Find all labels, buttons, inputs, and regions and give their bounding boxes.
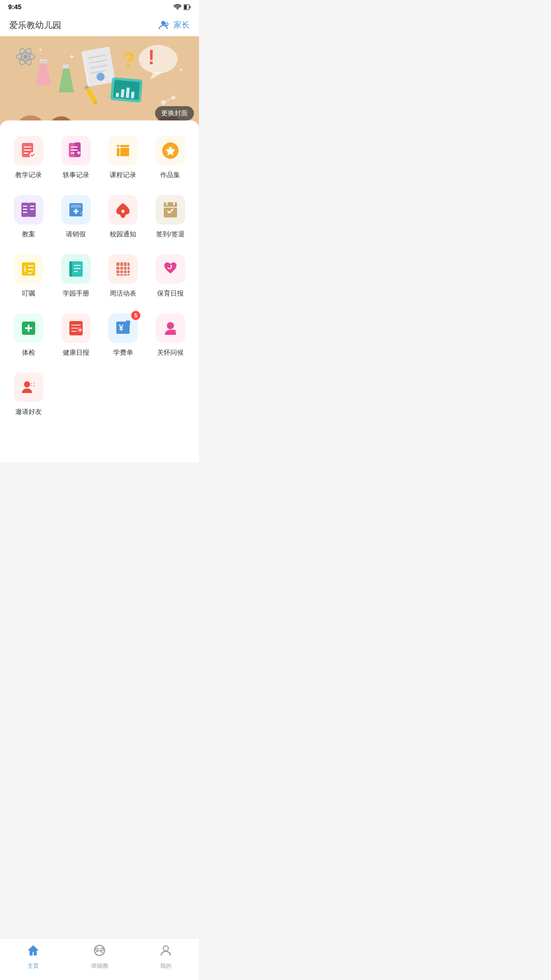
menu-label-reminder: 叮嘱 [22, 289, 35, 298]
svg-point-20 [23, 55, 28, 59]
menu-icon-leave-request: ⏱ [61, 195, 91, 225]
main-card: 教学记录✦轶事记录课程记录作品集教案⏱请销假校园通知签到/签退i叮嘱学园手册周活… [0, 120, 199, 462]
menu-label-portfolio: 作品集 [160, 170, 180, 180]
menu-icon-tuition-bill: ¥5 [108, 313, 138, 343]
menu-label-teaching-record: 教学记录 [15, 170, 42, 180]
menu-item-school-notice[interactable]: 校园通知 [99, 190, 147, 244]
status-time: 9:45 [8, 3, 21, 11]
svg-text:✦: ✦ [69, 53, 75, 61]
svg-text:✦: ✦ [179, 66, 184, 74]
menu-label-health-diary: 健康日报 [63, 348, 89, 357]
svg-point-75 [121, 210, 124, 213]
menu-label-health-check: 体检 [22, 348, 35, 357]
menu-label-school-handbook: 学园手册 [63, 289, 89, 298]
menu-label-care-diary: 保育日报 [157, 289, 184, 298]
svg-text:!: ! [148, 46, 155, 68]
menu-item-health-diary[interactable]: ✦健康日报 [53, 308, 100, 362]
svg-rect-19 [63, 64, 69, 68]
svg-point-108 [167, 322, 174, 329]
menu-item-reminder[interactable]: i叮嘱 [5, 249, 53, 303]
change-cover-button[interactable]: 更换封面 [155, 106, 194, 120]
menu-label-tuition-bill: 学费单 [113, 348, 133, 357]
user-label: 家长 [173, 20, 190, 31]
menu-icon-health-check [14, 313, 43, 343]
menu-item-teaching-record[interactable]: 教学记录 [5, 131, 53, 185]
menu-icon-weekly-schedule [108, 254, 138, 284]
svg-rect-71 [71, 205, 81, 208]
user-area[interactable]: 家长 [158, 19, 190, 31]
battery-icon [184, 4, 191, 10]
svg-point-3 [161, 21, 165, 25]
menu-item-care-diary[interactable]: 保育日报 [147, 249, 194, 303]
top-nav: 爱乐教幼儿园 家长 [0, 14, 199, 36]
menu-item-sign-in-out[interactable]: 签到/签退 [147, 190, 194, 244]
menu-item-portfolio[interactable]: 作品集 [147, 131, 194, 185]
svg-line-6 [165, 25, 166, 26]
menu-label-invite-friend: 邀请好友 [15, 407, 42, 416]
svg-text:i: i [24, 265, 26, 273]
menu-item-chores-record[interactable]: ✦轶事记录 [53, 131, 100, 185]
menu-icon-chores-record: ✦ [61, 136, 91, 165]
menu-icon-reminder: i [14, 254, 43, 284]
menu-label-course-record: 课程记录 [110, 170, 136, 180]
svg-rect-16 [40, 59, 47, 63]
svg-text:✦: ✦ [76, 150, 81, 157]
menu-label-leave-request: 请销假 [66, 230, 86, 239]
badge-tuition-bill: 5 [131, 311, 140, 320]
user-icon [158, 19, 170, 31]
svg-text:✦: ✦ [78, 328, 82, 333]
menu-item-school-handbook[interactable]: 学园手册 [53, 249, 100, 303]
svg-text:⏱: ⏱ [80, 211, 85, 216]
menu-label-care-greet: 关怀问候 [157, 348, 184, 357]
menu-grid: 教学记录✦轶事记录课程记录作品集教案⏱请销假校园通知签到/签退i叮嘱学园手册周活… [5, 131, 194, 422]
banner: ? ! ✦ ✦ ✦ 更换封面 [0, 36, 199, 126]
menu-icon-care-diary [156, 254, 185, 284]
svg-rect-33 [131, 91, 135, 98]
svg-point-4 [166, 23, 168, 26]
menu-icon-care-greet [156, 313, 185, 343]
menu-item-lesson-plan[interactable]: 教案 [5, 190, 53, 244]
svg-text:?: ? [122, 48, 135, 71]
menu-item-health-check[interactable]: 体检 [5, 308, 53, 362]
svg-rect-30 [116, 93, 119, 97]
svg-point-109 [24, 381, 30, 387]
menu-item-care-greet[interactable]: 关怀问候 [147, 308, 194, 362]
menu-label-lesson-plan: 教案 [22, 230, 35, 239]
menu-label-chores-record: 轶事记录 [63, 170, 89, 180]
menu-item-tuition-bill[interactable]: ¥5学费单 [99, 308, 147, 362]
svg-text:✦: ✦ [38, 47, 42, 53]
menu-item-weekly-schedule[interactable]: 周活动表 [99, 249, 147, 303]
menu-icon-health-diary: ✦ [61, 313, 91, 343]
menu-icon-portfolio [156, 136, 185, 165]
menu-icon-teaching-record [14, 136, 43, 165]
svg-rect-1 [190, 6, 191, 8]
menu-item-leave-request[interactable]: ⏱请销假 [53, 190, 100, 244]
menu-icon-invite-friend [14, 373, 43, 402]
svg-text:¥: ¥ [119, 324, 123, 332]
menu-icon-lesson-plan [14, 195, 43, 225]
svg-rect-86 [69, 261, 72, 277]
menu-icon-school-handbook [61, 254, 91, 284]
app-title: 爱乐教幼儿园 [9, 19, 61, 31]
menu-icon-school-notice [108, 195, 138, 225]
menu-label-sign-in-out: 签到/签退 [156, 230, 185, 239]
menu-item-course-record[interactable]: 课程记录 [99, 131, 147, 185]
menu-item-invite-friend[interactable]: 邀请好友 [5, 368, 53, 422]
svg-point-24 [139, 45, 178, 74]
menu-label-weekly-schedule: 周活动表 [110, 289, 136, 298]
menu-label-school-notice: 校园通知 [110, 230, 136, 239]
status-right [173, 4, 191, 10]
menu-icon-course-record [108, 136, 138, 165]
menu-icon-sign-in-out [156, 195, 185, 225]
wifi-icon [173, 4, 182, 10]
svg-rect-76 [164, 202, 177, 217]
svg-rect-2 [184, 5, 187, 9]
status-bar: 9:45 [0, 0, 199, 14]
